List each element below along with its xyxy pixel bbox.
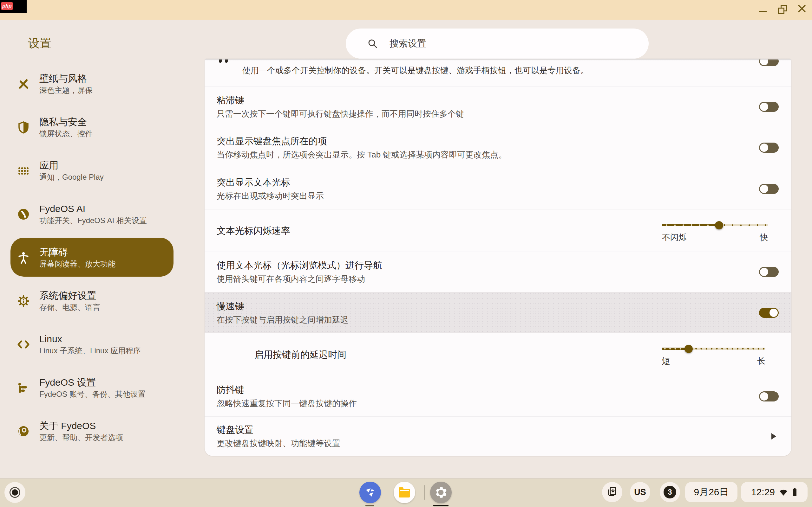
status-tray[interactable]: 12:29 — [741, 482, 808, 502]
slider-min-label: 不闪烁 — [662, 233, 687, 242]
highlight-caret-row[interactable]: 突出显示文本光标 光标在出现或移动时突出显示 — [205, 168, 792, 210]
row-description: 只需一次按下一个键即可执行键盘快捷操作，而不用同时按住多个键 — [217, 108, 744, 119]
window-tab[interactable]: php — [0, 0, 27, 13]
apps-grid-icon — [16, 164, 31, 178]
date-label: 9月26日 — [694, 486, 728, 499]
sidebar-item-label: 关于 FydeOS — [39, 419, 123, 432]
restore-button[interactable] — [778, 5, 786, 14]
key-delay-slider[interactable]: 短 长 — [662, 348, 765, 366]
close-icon — [798, 4, 806, 13]
notification-counter-button[interactable]: 3 — [660, 482, 680, 502]
chevron-right-icon — [771, 433, 776, 440]
slider-max-label: 长 — [757, 356, 765, 366]
sidebar-item-sublabel: Linux 子系统、Linux 应用程序 — [39, 345, 141, 356]
slider-max-label: 快 — [760, 233, 768, 242]
sidebar-item-label: 隐私与安全 — [39, 116, 93, 128]
caret-browsing-row[interactable]: 使用文本光标（光标浏览模式）进行导航 使用箭头键可在各项内容之间逐字母移动 — [205, 252, 792, 292]
page-title: 设置 — [28, 36, 51, 51]
sidebar-item-label: 壁纸与风格 — [39, 72, 93, 85]
settings-app-button[interactable] — [430, 482, 452, 503]
sidebar-item-label: Linux — [39, 333, 141, 345]
fydeos-settings-screen: { "colors": { "accent": "#7a5d0e", "togg… — [0, 0, 812, 507]
row-description: 使用箭头键可在各项内容之间逐字母移动 — [217, 273, 744, 285]
browser-running-indicator — [365, 505, 374, 506]
sidebar-item-system-preferences[interactable]: 系统偏好设置 存储、电源、语言 — [0, 279, 194, 323]
sidebar-item-about-fydeos[interactable]: 关于 FydeOS 更新、帮助、开发者选项 — [0, 409, 194, 453]
keyboard-settings-row[interactable]: 键盘设置 更改键盘按键映射、功能键等设置 — [205, 417, 792, 456]
browser-app-button[interactable] — [359, 482, 381, 503]
row-title: 慢速键 — [217, 300, 744, 312]
search-bar[interactable] — [346, 29, 649, 59]
row-description: 光标在出现或移动时突出显示 — [217, 190, 744, 202]
chrome-logo-icon — [16, 424, 31, 438]
search-input[interactable] — [389, 38, 612, 49]
fydeos-logo-icon — [16, 381, 31, 395]
sidebar-item-linux[interactable]: Linux Linux 子系统、Linux 应用程序 — [0, 323, 194, 366]
gear-icon — [434, 485, 448, 500]
minimize-button[interactable] — [759, 11, 767, 12]
sidebar-item-wallpaper-style[interactable]: 壁纸与风格 深色主题，屏保 — [0, 62, 194, 106]
screen-capture-button[interactable] — [602, 482, 622, 502]
sidebar-item-accessibility[interactable]: 无障碍 屏幕阅读器、放大功能 — [0, 236, 194, 279]
highlight-caret-toggle[interactable] — [759, 184, 779, 194]
shield-icon — [16, 120, 31, 134]
php-logo-icon: php — [1, 2, 13, 10]
bounce-keys-row[interactable]: 防抖键 忽略快速重复按下同一键盘按键的操作 — [205, 376, 792, 417]
slow-keys-toggle[interactable] — [759, 308, 779, 318]
sidebar-item-sublabel: 更新、帮助、开发者选项 — [39, 432, 123, 443]
files-app-button[interactable] — [394, 482, 415, 503]
window-title-bar: php — [0, 0, 812, 20]
switch-access-row[interactable]: 使用一个或多个开关控制你的设备。开关可以是键盘按键、游戏手柄按钮，也可以是专用设… — [205, 59, 792, 87]
wifi-icon — [779, 488, 788, 496]
sidebar-item-sublabel: 锁屏状态、控件 — [39, 128, 93, 139]
highlight-focus-row[interactable]: 突出显示键盘焦点所在的项 当你移动焦点时，所选项会突出显示。按 Tab 键或选择… — [205, 127, 792, 168]
date-button[interactable]: 9月26日 — [685, 482, 738, 502]
row-description: 使用一个或多个开关控制你的设备。开关可以是键盘按键、游戏手柄按钮，也可以是专用设… — [242, 65, 589, 76]
caret-browsing-toggle[interactable] — [759, 267, 779, 277]
code-icon — [16, 337, 31, 351]
slow-keys-row[interactable]: 慢速键 在按下按键与启用按键之间增加延迟 — [205, 292, 792, 333]
slider-knob[interactable] — [715, 221, 723, 229]
highlight-focus-toggle[interactable] — [759, 143, 779, 153]
search-icon — [367, 38, 378, 49]
row-title: 防抖键 — [217, 384, 744, 396]
sidebar-item-sublabel: 功能开关、FydeOS AI 相关设置 — [39, 215, 147, 226]
accessibility-icon — [16, 250, 31, 265]
bounce-keys-toggle[interactable] — [759, 391, 779, 401]
row-title: 突出显示文本光标 — [217, 176, 744, 188]
row-title: 粘滞键 — [217, 94, 744, 106]
switch-access-toggle[interactable] — [759, 59, 779, 66]
row-description: 在按下按键与启用按键之间增加延迟 — [217, 314, 744, 326]
sidebar-item-privacy-security[interactable]: 隐私与安全 锁屏状态、控件 — [0, 106, 194, 149]
switch-access-icon — [219, 59, 222, 63]
caret-blink-rate-slider[interactable]: 不闪烁 快 — [662, 224, 768, 242]
folder-icon — [399, 489, 410, 498]
sidebar-item-sublabel: FydeOS 账号、备份、其他设置 — [39, 389, 146, 400]
time-label: 12:29 — [751, 487, 775, 498]
sticky-keys-row[interactable]: 粘滞键 只需一次按下一个键即可执行键盘快捷操作，而不用同时按住多个键 — [205, 87, 792, 127]
row-description: 忽略快速重复按下同一键盘按键的操作 — [217, 398, 744, 409]
input-method-button[interactable]: US — [630, 482, 650, 502]
key-delay-row: 启用按键前的延迟时间 短 长 — [205, 333, 792, 376]
row-title: 突出显示键盘焦点所在的项 — [217, 135, 744, 147]
settings-sidebar: 壁纸与风格 深色主题，屏保 隐私与安全 锁屏状态、控件 — [0, 62, 194, 453]
sidebar-item-label: 系统偏好设置 — [39, 289, 100, 302]
sidebar-item-apps[interactable]: 应用 通知，Google Play — [0, 149, 194, 192]
row-title: 使用文本光标（光标浏览模式）进行导航 — [217, 259, 744, 271]
gear-info-icon — [16, 294, 31, 308]
settings-active-indicator — [433, 505, 449, 506]
sidebar-item-sublabel: 通知，Google Play — [39, 172, 104, 182]
sidebar-item-fydeos-settings[interactable]: FydeOS 设置 FydeOS 账号、备份、其他设置 — [0, 366, 194, 409]
row-description: 更改键盘按键映射、功能键等设置 — [217, 438, 744, 449]
launcher-button[interactable] — [4, 482, 26, 503]
sticky-keys-toggle[interactable] — [759, 102, 779, 112]
screen-capture-icon — [606, 487, 618, 498]
slider-min-label: 短 — [662, 356, 670, 366]
caret-blink-rate-row: 文本光标闪烁速率 不闪烁 快 — [205, 210, 792, 252]
sidebar-item-sublabel: 存储、电源、语言 — [39, 302, 100, 313]
sidebar-item-fydeos-ai[interactable]: FydeOS AI 功能开关、FydeOS AI 相关设置 — [0, 192, 194, 236]
close-button[interactable] — [798, 4, 806, 13]
input-method-label: US — [634, 487, 646, 497]
slider-knob[interactable] — [684, 345, 693, 353]
sidebar-item-label: FydeOS 设置 — [39, 376, 146, 389]
